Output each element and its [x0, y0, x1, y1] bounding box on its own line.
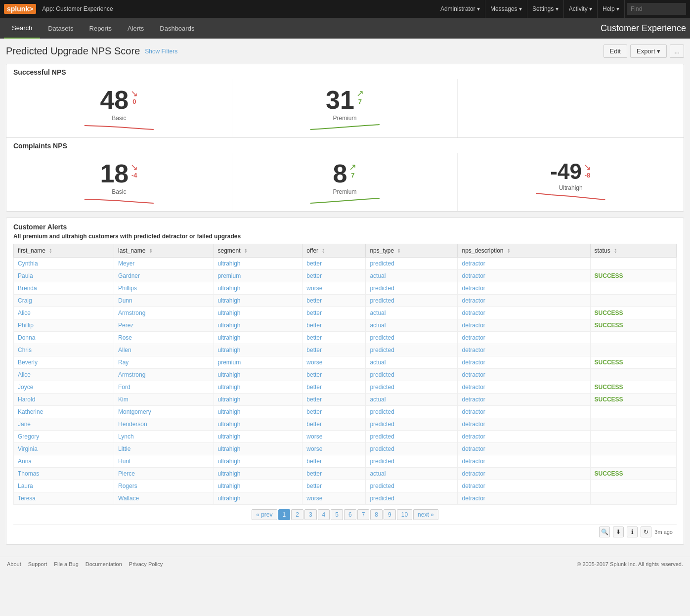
cell-nps_description[interactable]: detractor	[462, 495, 485, 502]
col-last-name[interactable]: last_name ⇕	[114, 244, 214, 258]
cell-nps_type[interactable]: predicted	[370, 433, 394, 440]
cell-nps_type[interactable]: predicted	[370, 495, 394, 502]
cell-segment[interactable]: ultrahigh	[218, 347, 241, 353]
cell-nps_type[interactable]: predicted	[370, 384, 394, 391]
cell-nps_type[interactable]: actual	[370, 359, 386, 366]
cell-nps_type[interactable]: predicted	[370, 260, 394, 267]
cell-first_name[interactable]: Laura	[18, 483, 33, 489]
cell-nps_type[interactable]: predicted	[370, 285, 394, 292]
cell-segment[interactable]: premium	[218, 359, 241, 366]
cell-nps_type[interactable]: predicted	[370, 297, 394, 304]
cell-first_name[interactable]: Jane	[18, 421, 31, 428]
cell-last_name[interactable]: Dunn	[118, 297, 132, 304]
cell-last_name[interactable]: Perez	[118, 322, 133, 329]
cell-first_name[interactable]: Brenda	[18, 285, 37, 292]
cell-segment[interactable]: ultrahigh	[218, 334, 241, 341]
nav-alerts[interactable]: Alerts	[120, 18, 152, 39]
cell-segment[interactable]: ultrahigh	[218, 470, 241, 477]
page-6-button[interactable]: 6	[344, 509, 356, 520]
cell-nps_description[interactable]: detractor	[462, 347, 485, 353]
cell-segment[interactable]: ultrahigh	[218, 445, 241, 452]
cell-segment[interactable]: ultrahigh	[218, 384, 241, 391]
cell-segment[interactable]: ultrahigh	[218, 309, 241, 316]
cell-offer[interactable]: better	[306, 421, 322, 428]
cell-first_name[interactable]: Paula	[18, 272, 33, 279]
cell-nps_description[interactable]: detractor	[462, 483, 485, 489]
cell-segment[interactable]: ultrahigh	[218, 322, 241, 329]
cell-nps_type[interactable]: actual	[370, 272, 386, 279]
cell-segment[interactable]: ultrahigh	[218, 433, 241, 440]
nav-reports[interactable]: Reports	[82, 18, 120, 39]
col-offer[interactable]: offer ⇕	[302, 244, 366, 258]
cell-last_name[interactable]: Meyer	[118, 260, 134, 267]
cell-segment[interactable]: ultrahigh	[218, 285, 241, 292]
cell-nps_type[interactable]: actual	[370, 396, 386, 403]
admin-menu[interactable]: Administrator ▾	[435, 0, 485, 18]
status-success[interactable]: SUCCESS	[595, 359, 623, 366]
cell-last_name[interactable]: Rose	[118, 334, 132, 341]
activity-menu[interactable]: Activity ▾	[564, 0, 598, 18]
cell-first_name[interactable]: Phillip	[18, 322, 34, 329]
footer-about[interactable]: About	[7, 561, 21, 567]
cell-offer[interactable]: better	[306, 458, 322, 465]
page-3-button[interactable]: 3	[304, 509, 317, 520]
page-9-button[interactable]: 9	[384, 509, 396, 520]
cell-segment[interactable]: ultrahigh	[218, 297, 241, 304]
page-5-button[interactable]: 5	[331, 509, 343, 520]
cell-nps_type[interactable]: actual	[370, 322, 386, 329]
cell-offer[interactable]: worse	[306, 433, 322, 440]
more-button[interactable]: ...	[670, 44, 684, 58]
cell-first_name[interactable]: Craig	[18, 297, 32, 304]
cell-nps_type[interactable]: predicted	[370, 445, 394, 452]
cell-offer[interactable]: better	[306, 322, 322, 329]
show-filters-link[interactable]: Show Filters	[145, 48, 177, 55]
status-success[interactable]: SUCCESS	[595, 309, 623, 316]
cell-offer[interactable]: worse	[306, 285, 322, 292]
cell-first_name[interactable]: Alice	[18, 309, 31, 316]
cell-first_name[interactable]: Anna	[18, 458, 32, 465]
cell-last_name[interactable]: Kim	[118, 396, 129, 403]
cell-first_name[interactable]: Beverly	[18, 359, 38, 366]
refresh-footer-icon[interactable]: ↻	[641, 527, 651, 537]
cell-segment[interactable]: ultrahigh	[218, 371, 241, 378]
cell-last_name[interactable]: Gardner	[118, 272, 140, 279]
cell-nps_description[interactable]: detractor	[462, 433, 485, 440]
cell-nps_description[interactable]: detractor	[462, 309, 485, 316]
cell-last_name[interactable]: Pierce	[118, 470, 135, 477]
cell-nps_description[interactable]: detractor	[462, 297, 485, 304]
cell-first_name[interactable]: Donna	[18, 334, 35, 341]
cell-offer[interactable]: better	[306, 260, 322, 267]
cell-offer[interactable]: better	[306, 470, 322, 477]
cell-last_name[interactable]: Hunt	[118, 458, 130, 465]
col-first-name[interactable]: first_name ⇕	[14, 244, 114, 258]
cell-nps_description[interactable]: detractor	[462, 272, 485, 279]
cell-offer[interactable]: better	[306, 334, 322, 341]
edit-button[interactable]: Edit	[604, 44, 627, 58]
cell-offer[interactable]: worse	[306, 445, 322, 452]
status-success[interactable]: SUCCESS	[595, 272, 623, 279]
page-10-button[interactable]: 10	[397, 509, 412, 520]
cell-first_name[interactable]: Alice	[18, 371, 31, 378]
info-footer-icon[interactable]: ℹ	[627, 527, 638, 537]
cell-offer[interactable]: better	[306, 347, 322, 353]
cell-last_name[interactable]: Henderson	[118, 421, 147, 428]
cell-nps_type[interactable]: actual	[370, 470, 386, 477]
cell-first_name[interactable]: Virginia	[18, 445, 38, 452]
cell-nps_type[interactable]: predicted	[370, 334, 394, 341]
cell-last_name[interactable]: Ford	[118, 384, 130, 391]
cell-last_name[interactable]: Little	[118, 445, 130, 452]
cell-nps_type[interactable]: predicted	[370, 408, 394, 415]
status-success[interactable]: SUCCESS	[595, 384, 623, 391]
cell-offer[interactable]: better	[306, 396, 322, 403]
cell-last_name[interactable]: Lynch	[118, 433, 134, 440]
page-8-button[interactable]: 8	[370, 509, 383, 520]
cell-first_name[interactable]: Katherine	[18, 408, 43, 415]
next-page-button[interactable]: next »	[413, 509, 438, 520]
cell-last_name[interactable]: Ray	[118, 359, 129, 366]
cell-offer[interactable]: better	[306, 272, 322, 279]
find-input[interactable]	[627, 3, 686, 15]
footer-bug[interactable]: File a Bug	[54, 561, 79, 567]
cell-nps_description[interactable]: detractor	[462, 396, 485, 403]
cell-offer[interactable]: better	[306, 384, 322, 391]
col-nps-description[interactable]: nps_description ⇕	[458, 244, 590, 258]
